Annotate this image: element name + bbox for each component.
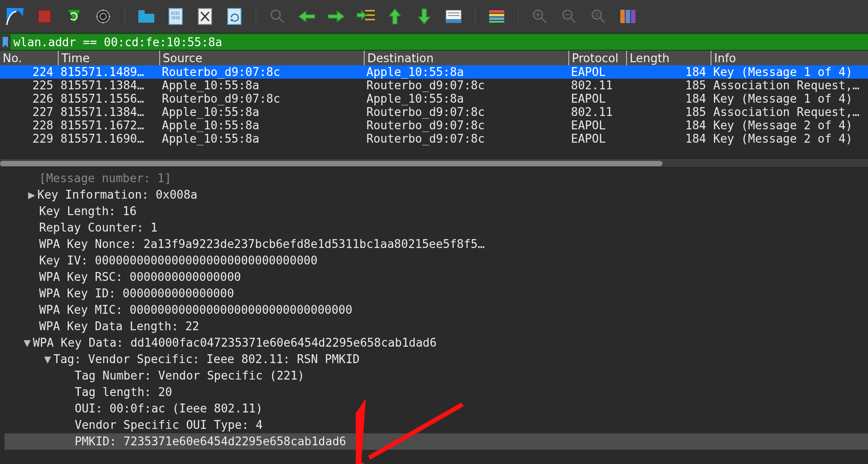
go-to-packet-icon[interactable] <box>356 7 375 26</box>
find-packet-icon[interactable] <box>268 7 287 26</box>
packet-row[interactable]: 227815571.1384…Apple_10:55:8aRouterbo_d9… <box>0 105 868 119</box>
packet-cell: Routerbo_d9:07:8c <box>364 132 568 145</box>
restart-icon[interactable] <box>64 7 84 26</box>
svg-rect-26 <box>489 10 504 13</box>
packet-row[interactable]: 225815571.1384…Apple_10:55:8aRouterbo_d9… <box>0 79 868 92</box>
packet-list[interactable]: 224815571.1489…Routerbo_d9:07:8cApple_10… <box>0 65 868 160</box>
detail-row[interactable]: WPA Key Data Length: 22 <box>4 318 868 335</box>
close-file-icon[interactable] <box>195 7 215 26</box>
filter-bookmark-icon[interactable] <box>0 34 11 50</box>
svg-point-2 <box>97 10 109 23</box>
svg-line-35 <box>571 18 575 23</box>
detail-row[interactable]: Replay Counter: 1 <box>4 220 868 236</box>
packet-cell: Key (Message 2 of 4) <box>711 132 868 145</box>
go-last-icon[interactable] <box>414 7 434 26</box>
packet-cell: Routerbo_d9:07:8c <box>364 105 568 119</box>
open-file-icon[interactable] <box>137 7 156 26</box>
column-header-protocol[interactable]: Protocol <box>568 51 626 65</box>
display-filter-bar <box>0 33 868 51</box>
svg-rect-0 <box>38 10 51 23</box>
svg-rect-42 <box>626 10 630 23</box>
packet-cell: Apple_10:55:8a <box>159 79 364 92</box>
detail-row[interactable]: Key Length: 16 <box>4 203 868 220</box>
go-next-icon[interactable] <box>326 7 346 26</box>
reload-icon[interactable] <box>225 7 244 26</box>
capture-options-icon[interactable] <box>93 7 113 26</box>
go-previous-icon[interactable] <box>297 7 317 26</box>
detail-row-key-information[interactable]: ▶ Key Information: 0x008a <box>4 187 868 203</box>
column-header-source[interactable]: Source <box>159 51 364 65</box>
zoom-out-icon[interactable] <box>559 7 579 26</box>
detail-row-wpa-key-data[interactable]: ▼ WPA Key Data: dd14000fac047235371e60e6… <box>4 335 868 351</box>
zoom-reset-icon[interactable] <box>589 7 608 26</box>
packet-cell: 227 <box>0 105 58 119</box>
detail-row[interactable]: Vendor Specific OUI Type: 4 <box>4 417 868 433</box>
packet-cell: Routerbo_d9:07:8c <box>159 92 364 105</box>
horizontal-scrollbar[interactable] <box>0 160 868 168</box>
wireshark-logo-icon[interactable] <box>5 7 25 26</box>
main-toolbar: 01011010 <box>0 0 868 33</box>
packet-cell: EAPOL <box>568 92 626 105</box>
detail-row-pmkid[interactable]: PMKID: 7235371e60e6454d2295e658cab1dad6 <box>4 433 868 450</box>
packet-cell: 815571.1672… <box>58 119 159 132</box>
go-first-icon[interactable] <box>385 7 405 26</box>
packet-cell: 184 <box>626 132 711 145</box>
column-header-destination[interactable]: Destination <box>364 51 568 65</box>
packet-cell: Key (Message 1 of 4) <box>711 65 868 79</box>
packet-cell: EAPOL <box>568 65 626 79</box>
detail-row[interactable]: OUI: 00:0f:ac (Ieee 802.11) <box>4 400 868 417</box>
collapse-icon[interactable]: ▼ <box>42 351 53 368</box>
svg-text:1010: 1010 <box>171 16 180 20</box>
packet-row[interactable]: 224815571.1489…Routerbo_d9:07:8cApple_10… <box>0 65 868 79</box>
svg-line-38 <box>600 18 605 23</box>
detail-row: [Message number: 1] <box>4 170 868 187</box>
detail-row[interactable]: Key IV: 00000000000000000000000000000000 <box>4 252 868 269</box>
svg-rect-23 <box>446 19 461 23</box>
packet-list-header: No. Time Source Destination Protocol Len… <box>0 51 868 65</box>
detail-row-tag[interactable]: ▼ Tag: Vendor Specific: Ieee 802.11: RSN… <box>4 351 868 368</box>
packet-row[interactable]: 228815571.1672…Apple_10:55:8aRouterbo_d9… <box>0 119 868 132</box>
packet-cell: Key (Message 2 of 4) <box>711 119 868 132</box>
column-header-length[interactable]: Length <box>626 51 711 65</box>
svg-rect-29 <box>489 21 504 23</box>
packet-cell: 226 <box>0 92 58 105</box>
packet-cell: 815571.1556… <box>58 92 159 105</box>
svg-point-17 <box>271 10 280 19</box>
packet-cell: 802.11 <box>568 105 626 119</box>
autoscroll-icon[interactable] <box>444 7 463 26</box>
packet-row[interactable]: 226815571.1556…Routerbo_d9:07:8cApple_10… <box>0 92 868 105</box>
packet-cell: Routerbo_d9:07:8c <box>364 119 568 132</box>
packet-details-pane[interactable]: [Message number: 1] ▶ Key Information: 0… <box>0 168 868 459</box>
packet-cell: EAPOL <box>568 132 626 145</box>
display-filter-input[interactable] <box>11 36 868 49</box>
stop-icon[interactable] <box>35 7 54 26</box>
save-file-icon[interactable]: 01011010 <box>166 7 185 26</box>
column-header-info[interactable]: Info <box>711 51 868 65</box>
svg-rect-15 <box>228 8 241 24</box>
packet-row[interactable]: 229815571.1690…Apple_10:55:8aRouterbo_d9… <box>0 132 868 145</box>
packet-cell: Apple_10:55:8a <box>364 92 568 105</box>
column-header-no[interactable]: No. <box>0 51 58 65</box>
svg-rect-8 <box>138 10 145 13</box>
colorize-icon[interactable] <box>487 7 506 26</box>
resize-columns-icon[interactable] <box>618 7 638 26</box>
expand-icon[interactable]: ▶ <box>26 187 37 203</box>
collapse-icon[interactable]: ▼ <box>21 335 33 351</box>
svg-rect-43 <box>631 10 635 23</box>
svg-rect-41 <box>620 10 625 23</box>
detail-row[interactable]: Tag length: 20 <box>4 384 868 400</box>
packet-cell: 185 <box>626 105 711 119</box>
svg-rect-27 <box>489 14 504 16</box>
detail-label: Key Information: 0x008a <box>37 187 197 203</box>
packet-cell: Association Request, SN <box>711 105 868 119</box>
detail-row[interactable]: WPA Key ID: 0000000000000000 <box>4 285 868 302</box>
detail-row[interactable]: Tag Number: Vendor Specific (221) <box>4 368 868 384</box>
zoom-in-icon[interactable] <box>530 7 550 26</box>
column-header-time[interactable]: Time <box>58 51 159 65</box>
detail-row[interactable]: WPA Key Nonce: 2a13f9a9223de237bcb6efd8e… <box>4 236 868 252</box>
packet-cell: 224 <box>0 65 58 79</box>
detail-row[interactable]: WPA Key MIC: 000000000000000000000000000… <box>4 302 868 318</box>
packet-cell: 184 <box>626 65 711 79</box>
detail-row[interactable]: WPA Key RSC: 0000000000000000 <box>4 269 868 285</box>
packet-cell: 815571.1384… <box>58 105 159 119</box>
